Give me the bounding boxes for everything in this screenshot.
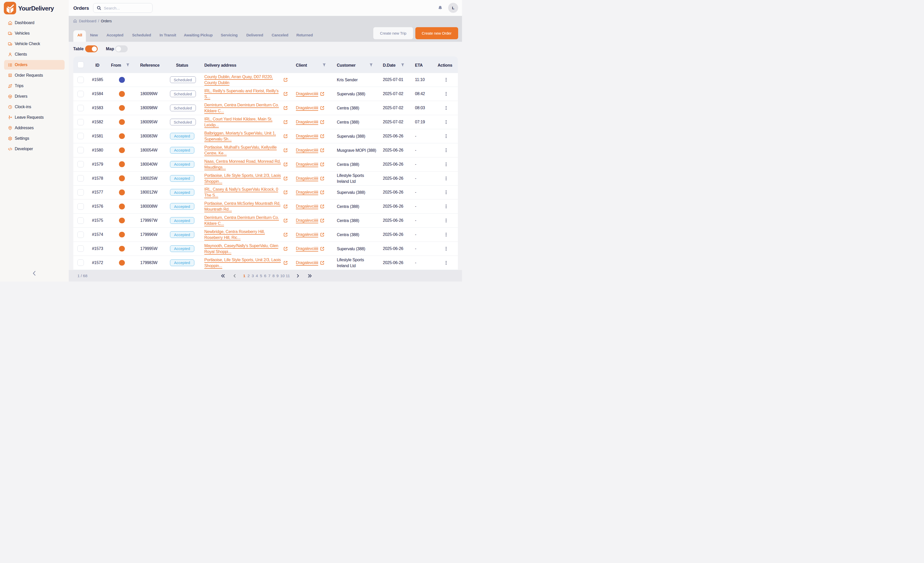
svg-text:$: $ — [9, 74, 10, 76]
